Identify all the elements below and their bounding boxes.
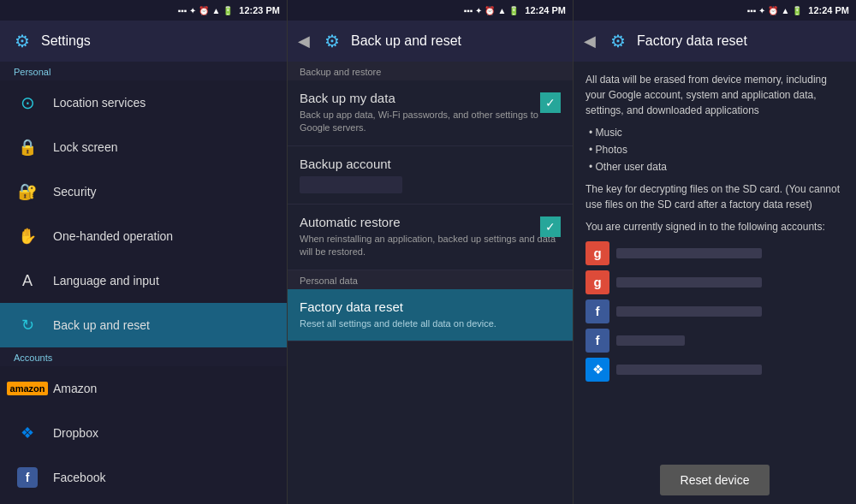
bluetooth-icon: ✦ [189,6,196,15]
accounts-section: You are currently signed in to the follo… [586,219,844,382]
security-icon: 🔐 [14,178,41,205]
facebook-label: Facebook [53,471,105,484]
account-email-g1 [616,248,762,258]
sidebar-item-language[interactable]: A Language and input [0,258,287,303]
auto-restore-check[interactable]: ✓ [540,216,561,237]
time-left: 12:23 PM [239,5,280,15]
backup-label: Back up and reset [53,318,150,332]
settings-gear-icon: ⚙ [10,29,34,53]
signal-icon: ▪▪▪ [178,6,187,15]
bluetooth-icon-right: ✦ [758,6,765,15]
battery-icon-mid: 🔋 [508,6,519,15]
auto-restore-item[interactable]: Automatic restore When reinstalling an a… [288,205,573,270]
alarm-icon-right: ⏰ [768,6,778,15]
status-icons-left: ▪▪▪ ✦ ⏰ ▲ 🔋 12:23 PM [178,5,280,15]
account-email-f2 [616,335,685,346]
battery-icon: 🔋 [223,6,233,15]
backup-gear-icon: ⚙ [320,29,344,53]
dropbox-label: Dropbox [53,426,98,440]
factory-gear-icon: ⚙ [606,29,630,53]
lock-screen-icon: 🔒 [14,133,41,161]
amazon-icon: amazon [14,375,41,402]
factory-content: All data will be erased from device memo… [574,62,856,456]
backup-restore-label: Backup and restore [288,62,573,80]
google-icon-2: g [586,270,609,294]
auto-restore-sub: When reinstalling an application, backed… [300,233,561,259]
one-handed-icon: ✋ [14,222,41,250]
status-bar-left: ▪▪▪ ✦ ⏰ ▲ 🔋 12:23 PM [0,0,287,21]
time-mid: 12:24 PM [525,5,566,15]
reset-button-wrap: Reset device [574,456,856,504]
personal-section-header: Personal [0,62,287,80]
backup-panel: ▪▪▪ ✦ ⏰ ▲ 🔋 12:24 PM ◀ ⚙ Back up and res… [288,0,574,504]
factory-reset-sub: Reset all settings and delete all data o… [300,317,561,330]
settings-title: Settings [41,33,91,49]
backup-my-data-sub: Back up app data, Wi-Fi passwords, and o… [300,109,561,135]
sidebar-item-amazon[interactable]: amazon Amazon [0,366,287,411]
sidebar-item-facebook[interactable]: f Facebook [0,455,287,500]
factory-reset-panel: ▪▪▪ ✦ ⏰ ▲ 🔋 12:24 PM ◀ ⚙ Factory data re… [574,0,856,504]
settings-panel: ▪▪▪ ✦ ⏰ ▲ 🔋 12:23 PM ⚙ Settings Personal… [0,0,288,504]
reset-device-button[interactable]: Reset device [660,465,770,495]
personal-data-label: Personal data [288,270,573,289]
factory-reset-title: Factory data reset [300,299,561,314]
sidebar-item-one-handed[interactable]: ✋ One-handed operation [0,214,287,258]
time-right: 12:24 PM [808,5,849,15]
facebook-icon-1: f [586,299,609,323]
one-handed-label: One-handed operation [53,229,173,243]
account-row-f2: f [586,329,844,353]
sidebar-item-location-services[interactable]: ⊙ Location services [0,80,287,125]
backup-icon: ↻ [14,311,41,339]
sd-card-note: The key for decrypting files on the SD c… [586,181,844,212]
language-label: Language and input [53,274,159,288]
status-bar-right: ▪▪▪ ✦ ⏰ ▲ 🔋 12:24 PM [574,0,856,21]
bullet-photos: • Photos [589,142,844,157]
battery-icon-right: 🔋 [792,6,802,15]
dropbox-icon: ❖ [14,419,41,447]
sidebar-item-backup[interactable]: ↻ Back up and reset [0,303,287,347]
alarm-icon-mid: ⏰ [484,6,495,15]
amazon-label: Amazon [53,382,97,395]
facebook-icon-2: f [586,329,609,353]
back-arrow-right[interactable]: ◀ [584,32,596,50]
account-row-db1: ❖ [586,358,844,382]
account-email-db1 [616,365,762,375]
location-services-label: Location services [53,96,146,110]
auto-restore-title: Automatic restore [300,215,561,229]
bullet-music: • Music [589,125,844,140]
facebook-icon: f [14,464,41,491]
bullet-list: • Music • Photos • Other user data [589,125,844,175]
status-bar-mid: ▪▪▪ ✦ ⏰ ▲ 🔋 12:24 PM [288,0,573,21]
backup-my-data-title: Back up my data [300,91,561,105]
backup-title: Back up and reset [351,33,461,49]
sidebar-item-security[interactable]: 🔐 Security [0,169,287,214]
wifi-icon: ▲ [211,6,220,15]
status-icons-mid: ▪▪▪ ✦ ⏰ ▲ 🔋 12:24 PM [464,5,566,15]
settings-top-bar: ⚙ Settings [0,21,287,62]
back-arrow-mid[interactable]: ◀ [298,32,310,50]
security-label: Security [53,185,97,199]
account-row-g2: g [586,270,844,294]
backup-my-data-item[interactable]: Back up my data Back up app data, Wi-Fi … [288,80,573,146]
sidebar-item-lock-screen[interactable]: 🔒 Lock screen [0,125,287,169]
factory-top-bar: ◀ ⚙ Factory data reset [574,21,856,62]
location-icon: ⊙ [14,89,41,116]
backup-account-bar [300,176,402,193]
account-row-g1: g [586,241,844,265]
account-row-f1: f [586,299,844,323]
backup-top-bar: ◀ ⚙ Back up and reset [288,21,573,62]
sidebar-item-dropbox[interactable]: ❖ Dropbox [0,411,287,455]
dropbox-icon-right: ❖ [586,358,609,382]
backup-my-data-check[interactable]: ✓ [540,92,561,113]
lock-screen-label: Lock screen [53,140,117,154]
accounts-note: You are currently signed in to the follo… [586,219,844,234]
factory-reset-item[interactable]: Factory data reset Reset all settings an… [288,289,573,341]
accounts-section-header: Accounts [0,347,287,366]
factory-description: All data will be erased from device memo… [586,72,844,118]
backup-account-item[interactable]: Backup account [288,146,573,205]
alarm-icon: ⏰ [199,6,209,15]
factory-title: Factory data reset [637,33,747,49]
signal-icon-right: ▪▪▪ [747,6,757,15]
wifi-icon-right: ▲ [781,6,789,15]
google-icon-1: g [586,241,609,265]
